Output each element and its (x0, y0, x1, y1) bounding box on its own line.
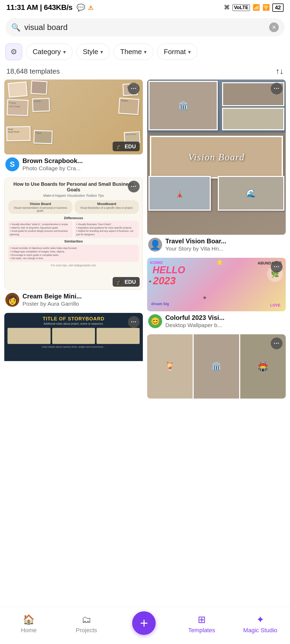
cb-diff-left: • Visually describes "what is", comprehe… (8, 221, 72, 238)
template-options-button[interactable]: ··· (271, 83, 283, 94)
storyboard-boxes (7, 328, 140, 344)
template-card-brown-scrapbook[interactable]: 2024 PrayerLet's Cook Charity... Dreams … (4, 79, 143, 173)
edu-badge: 🎓 EDU (113, 142, 140, 151)
author-avatar: 👩 (5, 293, 19, 307)
template-card-colorful-2023[interactable]: ICONIC HELLO 2023 ABUNDANCE 🌿 dream big … (147, 258, 286, 330)
cb-diff-right: • Visually illustrates "how it feels".• … (75, 221, 139, 238)
volte-icon: VoLTE (232, 4, 250, 11)
template-card-travel-partial[interactable]: 🍹 🏛️ 🏟️ ··· (147, 334, 286, 399)
status-separator: | (40, 3, 44, 12)
bottom-nav: 🏠 Home 🗂 Projects + ⊞ Templates ✦ Magic … (0, 607, 290, 644)
magic-studio-icon: ✦ (256, 614, 264, 625)
template-card-travel-vision[interactable]: 🏛️ Vision Board 🗼 🌊 ··· 👤 (147, 79, 286, 253)
nav-label-magic-studio: Magic Studio (243, 627, 277, 634)
results-count: 18,648 templates (6, 67, 60, 75)
template-title: Colorful 2023 Visi... (165, 314, 285, 321)
nav-label-templates: Templates (188, 627, 215, 634)
nav-item-home[interactable]: 🏠 Home (13, 614, 45, 634)
filter-chip-theme[interactable]: Theme ▾ (113, 44, 153, 60)
storyboard-box-2 (52, 328, 95, 344)
create-button[interactable]: + (132, 611, 156, 635)
filter-sliders-icon: ⚙ (10, 47, 17, 56)
graduation-icon: 🎓 (116, 143, 123, 150)
nav-item-templates[interactable]: ⊞ Templates (186, 614, 218, 634)
wifi-icon: 🛜 (262, 4, 270, 11)
template-info: 😊 Colorful 2023 Visi... Desktop Wallpape… (147, 311, 286, 330)
chevron-down-icon: ▾ (144, 49, 147, 55)
storyboard-title: TITLE OF STORYBOARD (7, 316, 140, 322)
status-right-icons: ⌘ VoLTE 📶 🛜 42 (224, 3, 284, 12)
search-input[interactable] (24, 23, 265, 32)
template-subtitle: Desktop Wallpaper b... (165, 322, 285, 328)
template-col-left: 2024 PrayerLet's Cook Charity... Dreams … (4, 79, 143, 399)
filter-all-button[interactable]: ⚙ (5, 43, 22, 60)
storyboard-desc: Clear details about camera shots, angles… (7, 346, 140, 348)
template-info: S Brown Scrapbook... Photo Collage by Cr… (4, 154, 143, 173)
alert-icon: ⚠ (88, 5, 93, 11)
battery-icon: 42 (272, 3, 284, 12)
template-subtitle: Poster by Aura Garrillo (22, 301, 142, 307)
status-bar: 11:31 AM | 643KB/s 💬 ⚠ ⌘ VoLTE 📶 🛜 42 (0, 0, 290, 14)
template-subtitle: Your Story by Vita Hn... (165, 245, 285, 252)
template-title: Travel Vision Boar... (165, 237, 285, 245)
author-avatar: 😊 (148, 314, 162, 328)
template-title: Brown Scrapbook... (22, 157, 142, 165)
cb-diff-row: • Visually describes "what is", comprehe… (8, 221, 139, 238)
signal-icon: 📶 (253, 4, 260, 11)
cb-title: How to Use Boards for Personal and Small… (8, 181, 139, 193)
template-options-button[interactable]: ··· (128, 181, 140, 192)
cb-compare: Vision Board Visual representation of pe… (8, 200, 139, 214)
template-options-button[interactable]: ··· (128, 83, 140, 94)
nav-item-magic-studio[interactable]: ✦ Magic Studio (243, 614, 277, 634)
chevron-down-icon: ▾ (188, 49, 191, 55)
template-title: Cream Beige Mini... (22, 293, 142, 300)
whatsapp-icon: 💬 (77, 3, 85, 12)
projects-icon: 🗂 (82, 614, 91, 625)
chevron-down-icon: ▾ (100, 49, 103, 55)
template-options-button[interactable]: ··· (271, 261, 283, 273)
cb-footer: For more tips, visit reallygreatsite.com (8, 264, 139, 267)
cb-similarities-title: Similarities (8, 239, 139, 243)
author-avatar: S (5, 157, 19, 171)
template-info: 👩 Cream Beige Mini... Poster by Aura Gar… (4, 290, 143, 309)
nav-label-home: Home (21, 627, 37, 634)
template-subtitle: Photo Collage by Cra... (22, 165, 142, 172)
status-network: 643KB/s (44, 3, 72, 12)
template-info: 👤 Travel Vision Boar... Your Story by Vi… (147, 235, 286, 253)
template-card-cream-beige[interactable]: How to Use Boards for Personal and Small… (4, 177, 143, 309)
cb-box-mood: Moodboard Visual illustration of a speci… (75, 200, 139, 214)
nav-label-projects: Projects (76, 627, 97, 634)
template-col-right: 🏛️ Vision Board 🗼 🌊 ··· 👤 (147, 79, 286, 399)
sort-button[interactable]: ↑↓ (276, 67, 284, 76)
storyboard-box-1 (7, 328, 51, 344)
search-clear-button[interactable]: ✕ (269, 22, 279, 32)
nav-item-create[interactable]: + (128, 611, 160, 637)
template-text: Cream Beige Mini... Poster by Aura Garri… (22, 293, 142, 307)
template-card-storyboard[interactable]: TITLE OF STORYBOARD Additional notes abo… (4, 313, 143, 364)
template-text: Colorful 2023 Visi... Desktop Wallpaper … (165, 314, 285, 328)
template-options-button[interactable]: ··· (271, 338, 283, 349)
chevron-down-icon: ▾ (63, 49, 66, 55)
bluetooth-icon: ⌘ (224, 4, 230, 11)
templates-grid: 2024 PrayerLet's Cook Charity... Dreams … (0, 79, 290, 399)
filter-chip-style[interactable]: Style ▾ (76, 44, 110, 60)
cb-box-vision: Vision Board Visual representation of pe… (8, 200, 72, 214)
graduation-icon: 🎓 (116, 279, 123, 285)
cb-subtitle: Make-it-Happen Visualization Toolbox Tip… (8, 194, 139, 198)
storyboard-box-3 (97, 328, 140, 344)
status-time: 11:31 AM (6, 3, 38, 12)
status-time-network: 11:31 AM | 643KB/s 💬 ⚠ (6, 3, 93, 12)
plus-icon: + (140, 615, 148, 631)
home-icon: 🏠 (23, 614, 35, 625)
cb-sim-box: • Visual reminder of objectives and/or t… (8, 245, 139, 262)
filter-chip-category[interactable]: Category ▾ (26, 44, 72, 60)
filter-chip-format[interactable]: Format ▾ (157, 44, 197, 60)
template-options-button[interactable]: ··· (128, 316, 140, 328)
search-icon: 🔍 (11, 23, 21, 32)
storyboard-subtitle: Additional notes about project, scene or… (7, 322, 140, 325)
filter-row: ⚙ Category ▾ Style ▾ Theme ▾ Format ▾ (0, 41, 290, 63)
template-text: Brown Scrapbook... Photo Collage by Cra.… (22, 157, 142, 172)
nav-item-projects[interactable]: 🗂 Projects (70, 614, 102, 634)
search-bar: 🔍 ✕ (5, 18, 285, 36)
cb-differences-title: Differences (8, 216, 139, 220)
